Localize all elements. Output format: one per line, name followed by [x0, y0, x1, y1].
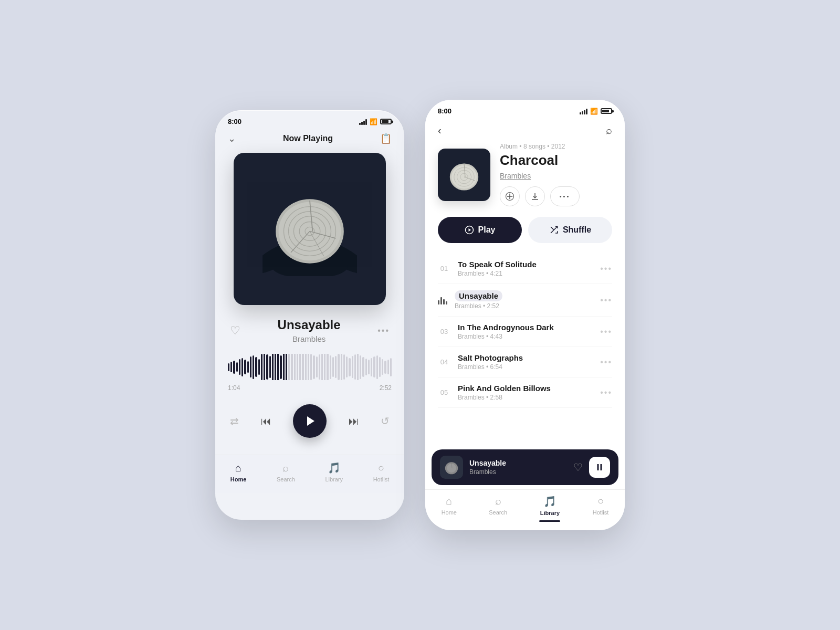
- status-bar-1: 8:00 📶: [215, 110, 404, 129]
- time-display-2: 8:00: [438, 107, 452, 115]
- np-track-name: Unsayable: [469, 459, 567, 467]
- more-options-icon[interactable]: •••: [377, 326, 390, 335]
- nav-library-label: Library: [325, 476, 343, 482]
- nav-search[interactable]: ⌕ Search: [268, 462, 303, 482]
- track-sub-4: Brambles • 6:54: [458, 363, 593, 371]
- bottom-nav-2: ⌂ Home ⌕ Search 🎵 Library ○ Hotlist: [425, 489, 625, 530]
- now-playing-header: ⌄ Now Playing 📋: [215, 129, 404, 153]
- shuffle-icon[interactable]: ⇄: [230, 415, 239, 427]
- playing-indicator: [438, 296, 447, 304]
- album-artist: Brambles: [500, 172, 612, 180]
- wifi-icon-2: 📶: [590, 108, 598, 115]
- time-display: 8:00: [228, 118, 242, 125]
- nav-library[interactable]: 🎵 Library: [317, 461, 351, 482]
- waveform[interactable]: [215, 354, 404, 380]
- search-icon-2: ⌕: [495, 495, 501, 507]
- search-icon: ⌕: [282, 462, 289, 474]
- album-thumbnail: [438, 149, 490, 201]
- hotlist-icon: ○: [378, 462, 384, 474]
- track-name-block: Unsayable Brambles: [278, 318, 341, 343]
- svg-rect-31: [597, 464, 599, 470]
- track-more-5[interactable]: •••: [600, 388, 612, 397]
- track-num-5: 05: [438, 388, 450, 396]
- current-time: 1:04: [228, 384, 240, 392]
- nav2-search-label: Search: [489, 509, 507, 516]
- wifi-icon: 📶: [370, 118, 377, 125]
- battery-icon-2: [601, 108, 612, 114]
- svg-point-29: [447, 464, 456, 472]
- nav-hotlist-label: Hotlist: [373, 476, 390, 482]
- track-info: ♡ Unsayable Brambles •••: [215, 318, 404, 343]
- track-name-1: To Speak Of Solitude: [458, 260, 593, 269]
- np-heart-icon[interactable]: ♡: [573, 461, 583, 474]
- chevron-down-icon[interactable]: ⌄: [228, 133, 236, 144]
- nav-home[interactable]: ⌂ Home: [222, 462, 255, 482]
- np-info: Unsayable Brambles: [469, 459, 567, 476]
- heart-icon[interactable]: ♡: [230, 324, 240, 338]
- back-button[interactable]: ‹: [438, 124, 442, 136]
- track-more-1[interactable]: •••: [600, 264, 612, 274]
- track-name-3: In The Androgynous Dark: [458, 323, 593, 332]
- home-icon-2: ⌂: [446, 495, 452, 507]
- prev-track-icon[interactable]: ⏮: [261, 415, 271, 427]
- nav-search-label: Search: [277, 476, 295, 482]
- track-info-5: Pink And Golden Billows Brambles • 2:58: [458, 384, 593, 401]
- track-item-2[interactable]: Unsayable Brambles • 2:52 •••: [438, 284, 612, 317]
- total-time: 2:52: [380, 384, 392, 392]
- more-options-button[interactable]: •••: [550, 186, 580, 206]
- svg-marker-15: [307, 416, 314, 426]
- svg-rect-32: [601, 464, 602, 470]
- np-thumbnail: [440, 456, 463, 479]
- now-playing-phone: 8:00 📶 ⌄ Now Playing 📋: [215, 110, 404, 520]
- album-thumb-bg: [438, 149, 490, 201]
- shuffle-button[interactable]: Shuffle: [528, 217, 612, 243]
- track-num-3: 03: [438, 328, 450, 335]
- album-detail-inner: 8:00 📶 ‹ ⌕: [425, 100, 625, 530]
- shuffle-label: Shuffle: [563, 225, 591, 235]
- track-name-5: Pink And Golden Billows: [458, 384, 593, 393]
- track-item-4[interactable]: 04 Salt Photographs Brambles • 6:54 •••: [438, 347, 612, 377]
- track-list: 01 To Speak Of Solitude Brambles • 4:21 …: [425, 254, 625, 445]
- add-to-playlist-button[interactable]: [500, 186, 520, 206]
- playlist-icon[interactable]: 📋: [380, 133, 392, 144]
- playback-controls: ⇄ ⏮ ⏭ ↺: [215, 404, 404, 438]
- hotlist-icon-2: ○: [597, 495, 604, 507]
- screen-title: Now Playing: [283, 134, 333, 143]
- nav2-home[interactable]: ⌂ Home: [433, 495, 465, 522]
- track-name-4: Salt Photographs: [458, 353, 593, 362]
- np-pause-button[interactable]: [589, 457, 610, 478]
- play-all-button[interactable]: Play: [438, 217, 522, 243]
- track-item-5[interactable]: 05 Pink And Golden Billows Brambles • 2:…: [438, 377, 612, 408]
- track-sub-1: Brambles • 4:21: [458, 270, 593, 277]
- track-item-3[interactable]: 03 In The Androgynous Dark Brambles • 4:…: [438, 317, 612, 347]
- time-row: 1:04 2:52: [215, 384, 404, 392]
- signal-icon: [359, 119, 367, 125]
- nav2-library-label: Library: [540, 510, 560, 516]
- home-icon: ⌂: [235, 462, 242, 474]
- nav-hotlist[interactable]: ○ Hotlist: [365, 462, 398, 482]
- library-icon: 🎵: [328, 461, 341, 474]
- nav2-library[interactable]: 🎵 Library: [531, 495, 569, 522]
- track-artist: Brambles: [278, 334, 341, 343]
- nav2-hotlist-label: Hotlist: [593, 509, 609, 516]
- play-button[interactable]: [293, 404, 327, 438]
- track-num-1: 01: [438, 265, 450, 272]
- track-more-2[interactable]: •••: [600, 296, 612, 305]
- track-item-1[interactable]: 01 To Speak Of Solitude Brambles • 4:21 …: [438, 254, 612, 284]
- track-more-3[interactable]: •••: [600, 327, 612, 337]
- svg-marker-26: [468, 228, 471, 232]
- album-nav-header: ‹ ⌕: [425, 118, 625, 143]
- repeat-icon[interactable]: ↺: [381, 415, 390, 427]
- track-info-3: In The Androgynous Dark Brambles • 4:43: [458, 323, 593, 340]
- search-button[interactable]: ⌕: [606, 124, 612, 136]
- nav2-hotlist[interactable]: ○ Hotlist: [584, 495, 617, 522]
- play-label: Play: [478, 225, 496, 235]
- next-track-icon[interactable]: ⏭: [349, 415, 359, 427]
- track-info-1: To Speak Of Solitude Brambles • 4:21: [458, 260, 593, 277]
- now-playing-bar[interactable]: Unsayable Brambles ♡: [432, 449, 618, 485]
- battery-icon: [380, 119, 392, 124]
- download-button[interactable]: [525, 186, 545, 206]
- track-more-4[interactable]: •••: [600, 358, 612, 367]
- nav2-search[interactable]: ⌕ Search: [480, 495, 516, 522]
- album-art-bg: [234, 153, 386, 305]
